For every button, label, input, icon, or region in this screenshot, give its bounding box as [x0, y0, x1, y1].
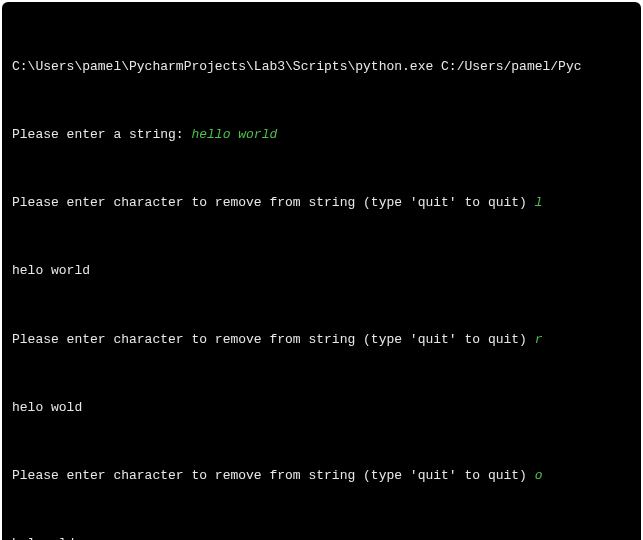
command-path: C:\Users\pamel\PycharmProjects\Lab3\Scri… — [12, 56, 631, 79]
output-line: helo wold — [12, 397, 631, 420]
prompt-line: Please enter character to remove from st… — [12, 192, 631, 215]
prompt-string-label: Please enter a string: — [12, 127, 191, 142]
output-line: helo world — [12, 260, 631, 283]
user-input-char: r — [535, 332, 543, 347]
user-input-char: o — [535, 468, 543, 483]
prompt-line: Please enter character to remove from st… — [12, 465, 631, 488]
user-input-string: hello world — [191, 127, 277, 142]
console-block-1: C:\Users\pamel\PycharmProjects\Lab3\Scri… — [2, 2, 641, 540]
prompt-line: Please enter a string: hello world — [12, 124, 631, 147]
prompt-char-label: Please enter character to remove from st… — [12, 332, 535, 347]
user-input-char: l — [535, 195, 543, 210]
prompt-char-label: Please enter character to remove from st… — [12, 468, 535, 483]
prompt-line: Please enter character to remove from st… — [12, 329, 631, 352]
prompt-char-label: Please enter character to remove from st… — [12, 195, 535, 210]
output-line: hel wold — [12, 533, 631, 540]
